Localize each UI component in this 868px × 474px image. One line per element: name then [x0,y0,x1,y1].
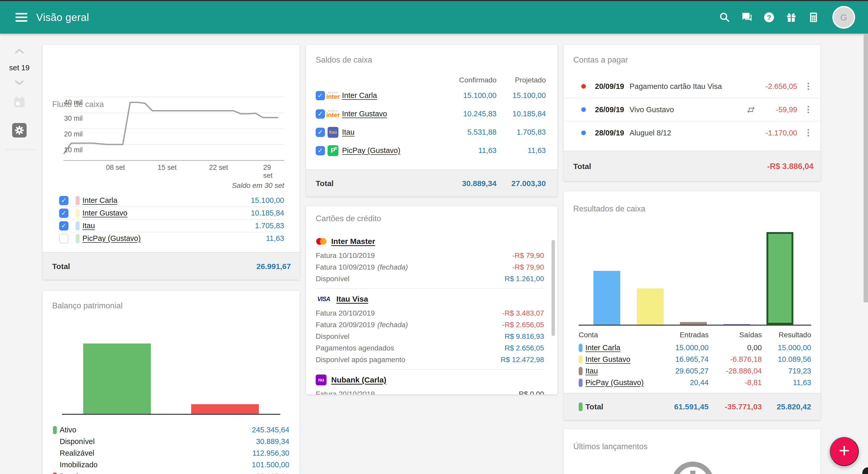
card-link[interactable]: Nubank (Carla) [331,376,386,384]
card-cash-balances: Saldos de caixa Confirmado Projetado ✓ B… [306,45,557,197]
row-value: R$ 12.472,98 [501,356,544,364]
account-color-chip [76,221,80,231]
total-value: 26.991,67 [256,262,291,271]
account-link[interactable]: PicPay (Gustavo) [342,146,400,155]
list-item: Ativo 245.345,64 [53,424,289,436]
account-link[interactable]: Inter Gustavo [342,110,387,118]
bill-amount: -1.170,00 [766,129,797,137]
account-link[interactable]: Itau [342,128,354,137]
account-color-chip [76,209,80,218]
kebab-menu-icon[interactable] [806,81,811,91]
x-tick: 29 set [263,164,277,180]
gift-icon[interactable] [780,6,802,28]
account-link[interactable]: Inter Carla [342,91,377,100]
result-value: 719,23 [788,367,811,375]
account-checkbox[interactable]: ✓ [316,109,325,119]
kebab-menu-icon[interactable] [806,128,811,138]
chevron-down-icon[interactable] [0,78,39,88]
total-label: Total [585,403,603,411]
total-row: Total -R$ 3.886,04 [564,151,820,181]
table-row: Itau 29.605,27 -28.886,04 719,23 [564,365,820,377]
card-cash-flow: Fluxo de caixa 40 mil 30 mil 20 mil 10 m… [43,45,300,279]
account-link[interactable]: Itau [83,221,95,230]
column-left: Fluxo de caixa 40 mil 30 mil 20 mil 10 m… [43,45,300,474]
chevron-up-icon[interactable] [0,46,39,56]
row-value: -R$ 79,90 [512,263,544,271]
overview-page: Visão geral ? G set 19 [0,0,868,474]
avatar[interactable]: G [832,6,855,29]
legend-header: Saldo em 30 set [232,181,284,190]
row-value: 30.889,34 [256,437,289,446]
account-checkbox[interactable]: ✓ [59,221,68,231]
status-dot-overdue [581,84,586,89]
account-link[interactable]: Inter Carla [585,344,620,352]
outflow-value: 0,00 [747,344,762,352]
table-row: PicPay (Gustavo) 20,44 -8,81 11,63 [564,377,820,388]
status-dot-upcoming [581,130,586,135]
bill-row: 20/09/19 Pagamento cartão Itau Visa -2.6… [564,75,820,98]
total-row: Total 61.591,45 -35.771,03 25.820,42 [564,393,820,420]
row-label: Realizável [60,449,94,457]
calendar-icon[interactable] [0,95,39,110]
add-transaction-button[interactable]: + [830,437,859,466]
account-checkbox[interactable]: ✓ [316,91,325,100]
account-checkbox[interactable] [59,234,68,243]
list-item: Disponível após pagamentoR$ 12.472,98 [316,354,544,365]
account-link[interactable]: Inter Gustavo [585,355,630,364]
menu-icon[interactable] [16,13,27,22]
table-row: Inter Gustavo 16.965,74 -6.876,18 10.089… [564,354,820,365]
help-icon[interactable]: ? [758,6,780,28]
row-label: Pagamentos agendados [316,344,394,352]
net-worth-legend: Ativo 245.345,64 Disponível 30.889,34 Re… [43,424,300,474]
total-outflow: -35.771,03 [725,403,762,411]
bill-row: 28/09/19 Aluguel 8/12 -1.170,00 [564,121,820,144]
account-link[interactable]: Inter Gustavo [83,209,127,217]
chat-icon[interactable] [736,6,758,28]
inter-bank-logo: BANCOinter [328,90,338,101]
projected-balance: 1.705,83 [517,128,546,137]
column-header: Confirmado [459,76,497,84]
account-checkbox[interactable]: ✓ [59,196,68,205]
card-link[interactable]: Inter Master [331,237,375,246]
total-label: Total [52,262,70,271]
account-link[interactable]: Itau [585,367,598,375]
account-checkbox[interactable]: ✓ [59,209,68,218]
table-row: ✓ BANCOinter Inter Gustavo 10.245,83 10.… [306,105,557,123]
month-selector[interactable]: set 19 [0,62,39,73]
row-label: Disponível [316,332,349,340]
x-tick: 08 set [106,164,125,172]
card-link[interactable]: Itau Visa [336,295,368,303]
x-tick: 22 set [209,164,228,172]
color-chip [53,426,57,434]
list-item: Fatura 20/09/2019(fechada)-R$ 2.656,05 [316,319,544,331]
search-icon[interactable] [714,6,736,28]
list-item: ✓ Inter Gustavo 10.185,84 [59,207,284,219]
total-row: Total 30.889,34 27.003,30 [306,169,557,197]
account-link[interactable]: PicPay (Gustavo) [83,234,141,243]
result-bar [593,271,620,325]
column-header: Conta [579,331,598,339]
gear-icon[interactable] [0,122,39,138]
row-label: Ativo [60,426,76,434]
row-label: Fatura 10/10/2019 [316,251,375,260]
table-row: ✓ Itaú Itau 5.531,88 1.705,83 [306,123,557,141]
account-link[interactable]: PicPay (Gustavo) [585,378,644,387]
scrollbar-thumb[interactable] [864,34,868,302]
account-checkbox[interactable]: ✓ [316,128,325,137]
kebab-menu-icon[interactable] [806,105,811,115]
card-title: Balanço patrimonial [52,301,122,310]
account-color-chip [76,234,80,243]
plus-icon: + [839,441,850,460]
calculator-icon[interactable] [802,6,825,28]
total-label: Total [316,179,334,188]
total-row: Total 26.991,67 [43,252,300,279]
scrollbar-thumb[interactable] [552,240,555,336]
row-label: Disponível [316,275,349,283]
account-checkbox[interactable]: ✓ [316,146,325,155]
row-value: -R$ 2.656,05 [502,321,544,329]
bill-row: 26/09/19 Vivo Gustavo -59,99 [564,98,820,121]
result-bar [637,289,664,325]
x-axis [62,414,280,415]
account-link[interactable]: Inter Carla [83,196,117,205]
row-value: R$ 1.261,00 [504,275,544,283]
